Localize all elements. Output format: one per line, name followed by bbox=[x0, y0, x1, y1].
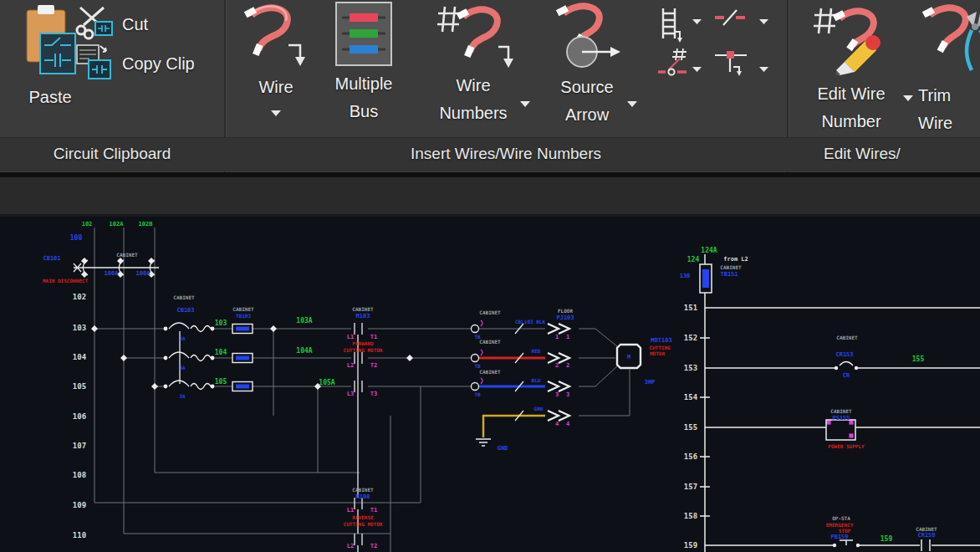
schematic-drawing bbox=[0, 0, 980, 552]
